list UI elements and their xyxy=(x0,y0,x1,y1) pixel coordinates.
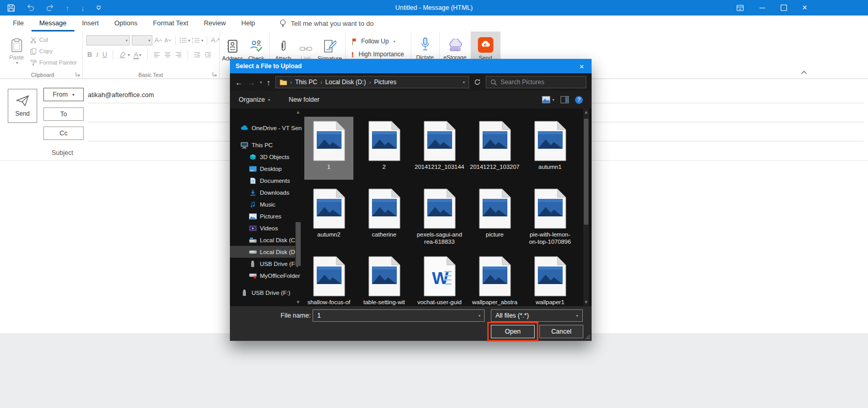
tab-options[interactable]: Options xyxy=(106,15,145,32)
shrink-font-icon[interactable]: A xyxy=(164,37,172,43)
recent-locations-caret[interactable]: ▾ xyxy=(260,80,262,85)
address-dropdown-caret[interactable]: ▾ xyxy=(463,80,465,85)
numbered-list-icon[interactable]: ▾ xyxy=(192,37,203,43)
cc-button[interactable]: Cc xyxy=(43,127,84,140)
file-item[interactable]: 20141212_103207 xyxy=(470,117,519,180)
copy-button[interactable]: Copy xyxy=(30,45,77,57)
address-bar[interactable]: ›This PC›Local Disk (D:)›Pictures ▾ xyxy=(275,76,469,88)
scroll-up-icon[interactable]: ▲ xyxy=(295,109,301,115)
font-color-icon[interactable]: A▾ xyxy=(134,51,141,58)
maximize-button[interactable] xyxy=(781,5,787,11)
file-item[interactable]: pexels-sagui-and rea-618833 xyxy=(415,184,464,247)
signature-button[interactable]: Signature xyxy=(317,35,343,61)
file-item[interactable]: picture xyxy=(470,184,519,247)
check-names-button[interactable]: Check xyxy=(245,35,268,61)
align-right-icon[interactable] xyxy=(175,52,182,58)
grow-font-icon[interactable]: A xyxy=(154,37,162,44)
up-icon[interactable]: ↑ xyxy=(267,79,271,86)
sidebar-item-usb-drive-f-[interactable]: USB Drive (F:) xyxy=(230,258,295,270)
align-center-icon[interactable] xyxy=(164,52,171,58)
search-box[interactable]: Search Pictures xyxy=(486,76,586,88)
sidebar-item-downloads[interactable]: Downloads xyxy=(230,186,295,198)
sidebar-item-this-pc[interactable]: This PC xyxy=(230,139,295,151)
file-item[interactable]: pie-with-lemon- on-top-1070896 xyxy=(525,184,575,247)
file-name-dropdown-caret[interactable]: ▾ xyxy=(478,313,484,318)
italic-icon[interactable]: I xyxy=(96,51,98,59)
font-family-combo[interactable]: ▾ xyxy=(86,35,130,45)
attach-file-button[interactable]: Attach xyxy=(272,35,294,61)
decrease-indent-icon[interactable] xyxy=(194,52,200,58)
file-item[interactable]: autumn1 xyxy=(525,117,575,180)
file-item[interactable]: Wvochat-user-guid xyxy=(415,252,464,306)
forward-icon[interactable]: → xyxy=(247,79,255,86)
organize-button[interactable]: Organize ▾ xyxy=(239,96,270,103)
file-item[interactable]: autumn2 xyxy=(304,184,353,247)
undo-icon[interactable] xyxy=(26,4,35,11)
breadcrumb-item[interactable]: This PC xyxy=(295,79,317,86)
sidebar-item-local-disk-d-[interactable]: Local Disk (D:) xyxy=(230,246,295,258)
bold-icon[interactable]: B xyxy=(87,51,92,58)
send-message-button[interactable]: Send xyxy=(8,89,37,123)
send-addin-button[interactable]: e Send xyxy=(475,34,496,61)
tab-format-text[interactable]: Format Text xyxy=(145,15,196,32)
customize-quick-access-icon[interactable] xyxy=(96,6,101,10)
file-item[interactable]: shallow-focus-of xyxy=(304,252,353,306)
font-size-combo[interactable]: ▾ xyxy=(132,35,152,45)
file-type-combo[interactable]: All files (*.*) ▾ xyxy=(491,309,583,322)
dialog-titlebar[interactable]: Select a File to Upload × xyxy=(230,59,592,73)
paste-button[interactable]: Paste ▾ xyxy=(6,34,27,65)
estorage-button[interactable]: eStorage xyxy=(442,34,468,60)
file-list-scrollbar[interactable]: ▲ ▼ xyxy=(583,108,589,306)
preview-pane-icon[interactable] xyxy=(561,96,569,103)
tab-help[interactable]: Help xyxy=(234,15,263,32)
save-icon[interactable] xyxy=(7,4,15,12)
collapse-ribbon-icon[interactable] xyxy=(801,71,807,74)
from-button[interactable]: From ▾ xyxy=(43,88,84,101)
file-item[interactable]: 2 xyxy=(360,117,409,180)
clear-formatting-icon[interactable]: A xyxy=(211,37,219,44)
increase-indent-icon[interactable] xyxy=(205,52,211,58)
scrollbar-thumb[interactable] xyxy=(296,222,301,266)
file-item[interactable]: 1 xyxy=(304,117,353,180)
format-painter-button[interactable]: Format Painter xyxy=(30,57,77,68)
cancel-button[interactable]: Cancel xyxy=(539,325,583,338)
file-item[interactable]: wallpaper1 xyxy=(525,252,575,306)
file-item[interactable]: catherine xyxy=(360,184,409,247)
move-down-icon[interactable]: ↓ xyxy=(81,4,85,12)
scrollbar-thumb[interactable] xyxy=(584,119,588,225)
help-icon[interactable]: ? xyxy=(575,96,583,104)
sidebar-item-pictures[interactable]: Pictures xyxy=(230,210,295,222)
align-left-icon[interactable] xyxy=(153,52,160,58)
dictate-button[interactable]: Dictate xyxy=(413,34,437,60)
file-item[interactable]: table-setting-wit xyxy=(360,252,409,306)
file-item[interactable]: 20141212_103144 xyxy=(415,117,464,180)
move-up-icon[interactable]: ↑ xyxy=(66,4,70,12)
sidebar-item-desktop[interactable]: Desktop xyxy=(230,163,295,175)
navigation-pane-scrollbar[interactable]: ▲ ▼ xyxy=(295,108,301,306)
to-button[interactable]: To xyxy=(43,107,84,121)
new-folder-button[interactable]: New folder xyxy=(289,96,320,103)
tab-review[interactable]: Review xyxy=(196,15,234,32)
refresh-icon[interactable] xyxy=(474,79,481,86)
highlight-color-icon[interactable]: ▾ xyxy=(119,51,130,58)
high-importance-button[interactable]: ! High Importance xyxy=(351,49,404,60)
cut-button[interactable]: Cut xyxy=(30,34,77,45)
basic-text-dialog-launcher-icon[interactable] xyxy=(212,72,217,76)
ribbon-display-options-icon[interactable] xyxy=(736,4,744,12)
bullet-list-icon[interactable]: ▾ xyxy=(179,37,190,43)
scroll-up-icon[interactable]: ▲ xyxy=(583,109,589,115)
link-button[interactable]: Link xyxy=(296,35,316,61)
scroll-down-icon[interactable]: ▼ xyxy=(295,300,301,305)
sidebar-item-usb-drive-f-[interactable]: USB Drive (F:) xyxy=(230,287,295,299)
file-name-input[interactable] xyxy=(313,312,478,319)
follow-up-button[interactable]: Follow Up ▾ xyxy=(351,36,395,47)
sidebar-item-3d-objects[interactable]: 3D Objects xyxy=(230,151,295,163)
file-item[interactable]: wallpaper_abstra xyxy=(470,252,519,306)
back-icon[interactable]: ← xyxy=(235,79,243,86)
clipboard-dialog-launcher-icon[interactable] xyxy=(75,72,80,76)
resize-grip[interactable] xyxy=(585,335,590,339)
tab-file[interactable]: File xyxy=(5,15,32,32)
minimize-button[interactable] xyxy=(760,8,765,8)
redo-icon[interactable] xyxy=(46,4,54,11)
change-view-button[interactable]: ▾ xyxy=(542,96,554,103)
